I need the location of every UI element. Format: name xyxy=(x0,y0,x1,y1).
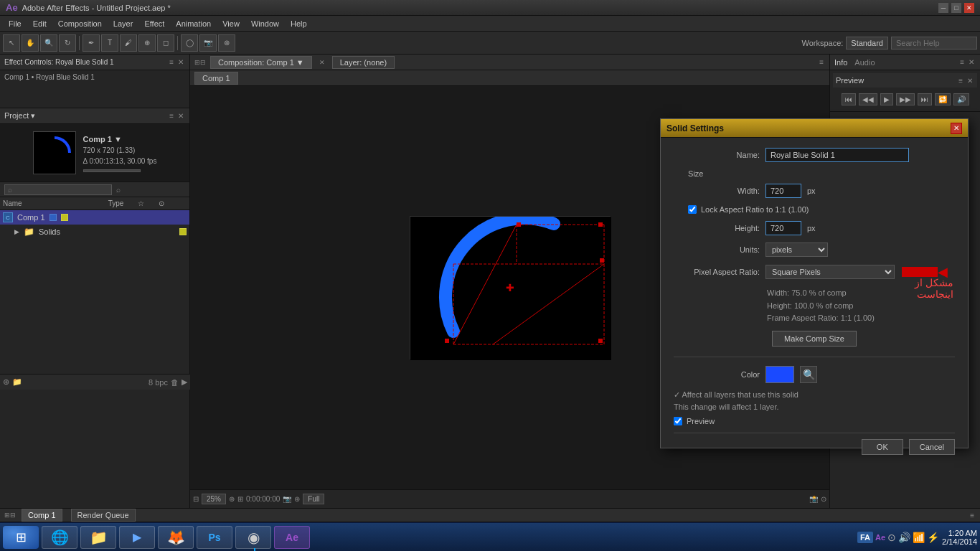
render-queue-tab[interactable]: Render Queue xyxy=(71,509,136,522)
page-forward[interactable]: ▶ xyxy=(182,377,187,387)
col-type-header: Type xyxy=(108,199,124,207)
lock-aspect-checkbox[interactable] xyxy=(688,205,697,214)
ok-button[interactable]: OK xyxy=(862,439,903,455)
time-val: 0:00:00:00 xyxy=(246,495,280,503)
menu-help[interactable]: Help xyxy=(285,18,313,29)
tool-pen[interactable]: ✒ xyxy=(83,34,100,52)
workspace-value[interactable]: Standard xyxy=(846,37,888,50)
grid-icon[interactable]: ⊞ xyxy=(237,495,243,503)
tool-zoom[interactable]: 🔍 xyxy=(40,34,57,52)
maximize-button[interactable]: □ xyxy=(951,3,961,13)
height-row: Height: px xyxy=(674,221,955,235)
tool-shape[interactable]: ◯ xyxy=(181,34,198,52)
panel-close-btn[interactable]: ✕ xyxy=(176,58,185,66)
menu-animation[interactable]: Animation xyxy=(170,18,217,29)
cancel-button[interactable]: Cancel xyxy=(909,439,955,455)
layer-tab[interactable]: Layer: (none) xyxy=(332,56,395,69)
eyedropper-button[interactable]: 🔍 xyxy=(800,366,817,383)
fit-icon[interactable]: ⊕ xyxy=(229,495,235,503)
playhead[interactable] xyxy=(254,548,255,551)
comp-tab-close[interactable]: ✕ xyxy=(319,59,325,66)
viewer-canvas[interactable]: ✚ xyxy=(410,216,611,359)
tool-text[interactable]: T xyxy=(101,34,118,52)
skip-start-btn[interactable]: ⏮ xyxy=(842,93,856,105)
play-btn[interactable]: ▶ xyxy=(880,93,893,105)
info-close-btn[interactable]: ✕ xyxy=(967,58,976,66)
loop-btn[interactable]: 🔁 xyxy=(935,93,951,105)
audio-btn[interactable]: 🔊 xyxy=(953,93,969,105)
ae-icon: Ae xyxy=(286,532,298,543)
info-menu-btn[interactable]: ≡ xyxy=(958,58,966,66)
units-row: Units: pixels inches centimeters xyxy=(674,242,955,257)
color-swatch[interactable] xyxy=(765,366,794,383)
title-bar: Ae Adobe After Effects - Untitled Projec… xyxy=(0,0,980,16)
start-button[interactable]: ⊞ xyxy=(3,526,39,549)
menu-edit[interactable]: Edit xyxy=(27,18,52,29)
camera-icon[interactable]: 📷 xyxy=(283,495,291,503)
preview-close[interactable]: ✕ xyxy=(966,77,974,85)
tool-clone[interactable]: ⊕ xyxy=(138,34,156,52)
dialog-close-button[interactable]: ✕ xyxy=(951,123,962,134)
color-depth[interactable]: 8 bpc xyxy=(149,378,168,387)
project-menu-btn[interactable]: ≡ xyxy=(168,112,175,120)
tool-hand[interactable]: ✋ xyxy=(22,34,39,52)
search-icon[interactable]: ⌕ xyxy=(115,186,122,194)
explorer-app[interactable]: 📁 xyxy=(80,526,116,549)
menu-window[interactable]: Window xyxy=(245,18,285,29)
width-label: Width: xyxy=(674,187,760,195)
tool-select[interactable]: ↖ xyxy=(3,34,20,52)
tool-camera[interactable]: 📷 xyxy=(199,34,217,52)
viewer-icon2[interactable]: ⊛ xyxy=(294,495,300,503)
minimize-button[interactable]: ─ xyxy=(938,3,948,13)
comp-subtab[interactable]: Comp 1 xyxy=(194,72,238,85)
ie-app[interactable]: 🌐 xyxy=(42,526,77,549)
menu-layer[interactable]: Layer xyxy=(108,18,139,29)
menu-file[interactable]: File xyxy=(3,18,27,29)
firefox-app[interactable]: 🦊 xyxy=(158,526,194,549)
project-item-solids[interactable]: ▶ 📁 Solids xyxy=(0,225,189,239)
photoshop-app[interactable]: Ps xyxy=(197,526,232,549)
audio-tab[interactable]: Audio xyxy=(854,58,875,67)
make-comp-size-button[interactable]: Make Comp Size xyxy=(772,331,857,347)
preview-checkbox[interactable] xyxy=(674,417,682,425)
media-player-app[interactable]: ▶ xyxy=(119,526,155,549)
project-search-input[interactable] xyxy=(4,184,112,195)
menu-composition[interactable]: Composition xyxy=(52,18,108,29)
timeline-menu-btn[interactable]: ≡ xyxy=(969,512,976,519)
quality-selector[interactable]: Full xyxy=(303,494,324,504)
chrome-app[interactable]: ◉ xyxy=(235,526,271,549)
pixel-aspect-selector[interactable]: Square Pixels D1/DV NTSC (0.91) D1/DV PA… xyxy=(765,265,895,279)
close-button[interactable]: ✕ xyxy=(964,3,974,13)
menu-bar: File Edit Composition Layer Effect Anima… xyxy=(0,16,980,32)
prev-frame-btn[interactable]: ◀◀ xyxy=(859,93,877,105)
project-item-comp1[interactable]: C Comp 1 xyxy=(0,210,189,225)
tool-rotate[interactable]: ↻ xyxy=(59,34,76,52)
composition-tab[interactable]: Composition: Comp 1 ▼ xyxy=(210,56,312,69)
panel-menu-btn[interactable]: ≡ xyxy=(168,58,175,66)
zoom-selector[interactable]: 25% xyxy=(202,494,226,504)
tool-brush[interactable]: 🖌 xyxy=(120,34,137,52)
units-selector[interactable]: pixels inches centimeters xyxy=(765,242,828,257)
delete-icon[interactable]: 🗑 xyxy=(171,378,179,387)
name-input[interactable] xyxy=(765,148,909,162)
skip-end-btn[interactable]: ⏭ xyxy=(918,93,932,105)
menu-view[interactable]: View xyxy=(217,18,245,29)
comp1-tab[interactable]: Comp 1 xyxy=(22,509,62,522)
comp-menu-btn[interactable]: ≡ xyxy=(818,58,825,66)
info-tab[interactable]: Info xyxy=(834,58,847,67)
tool-puppet[interactable]: ⊛ xyxy=(218,34,235,52)
new-folder-icon[interactable]: 📁 xyxy=(12,377,22,387)
tool-eraser[interactable]: ◻ xyxy=(157,34,174,52)
interpret-icon[interactable]: ⊕ xyxy=(3,377,9,387)
next-frame-btn[interactable]: ▶▶ xyxy=(896,93,915,105)
width-input[interactable] xyxy=(765,184,801,198)
search-help-input[interactable] xyxy=(891,37,977,50)
project-close-btn[interactable]: ✕ xyxy=(176,112,185,120)
menu-effect[interactable]: Effect xyxy=(138,18,170,29)
preview-menu[interactable]: ≡ xyxy=(957,77,964,85)
height-input[interactable] xyxy=(765,221,801,235)
after-effects-app[interactable]: Ae xyxy=(274,526,310,549)
viewer-icon3[interactable]: ⊙ xyxy=(821,495,826,503)
taskbar-right: FA Ae ⊙ 🔊 📶 ⚡ 1:20 AM 2/14/2014 xyxy=(857,529,977,546)
snapshot-btn[interactable]: 📸 xyxy=(809,495,818,503)
